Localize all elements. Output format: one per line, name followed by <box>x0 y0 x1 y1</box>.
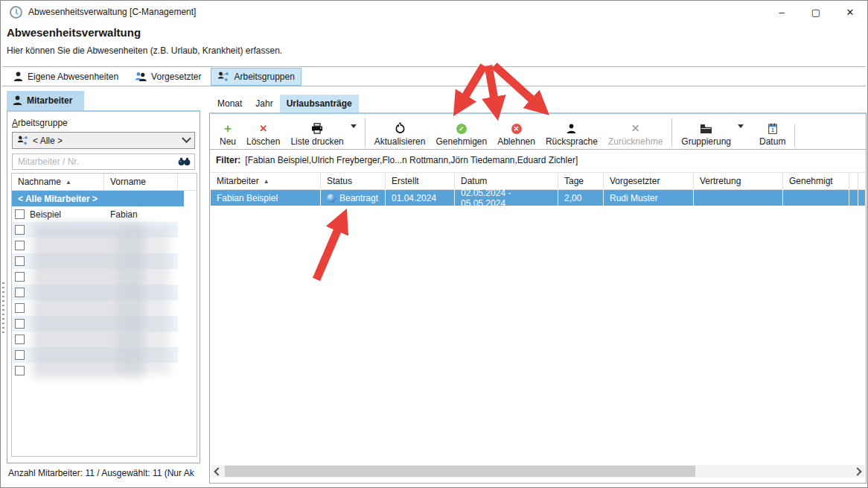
list-item-alle-mitarbeiter[interactable]: < Alle Mitarbeiter > <box>12 191 184 206</box>
dropdown-caret-icon[interactable] <box>351 124 357 128</box>
column-header-tage[interactable]: Tage <box>558 173 604 189</box>
list-item-blurred[interactable] <box>12 347 178 363</box>
liste-drucken-button[interactable]: Liste drucken <box>285 121 348 147</box>
title-bar: Abwesenheitsverwaltung [C-Management] – … <box>1 1 867 23</box>
list-item-blurred[interactable] <box>12 222 178 238</box>
approve-check-circle-icon: ✓ <box>456 121 467 134</box>
tab-mitarbeiter[interactable]: Mitarbeiter <box>7 91 84 110</box>
reject-x-circle-icon: ✕ <box>511 121 522 134</box>
page-title: Abwesenheitsverwaltung <box>7 26 861 39</box>
splitter-grip[interactable] <box>2 282 4 336</box>
list-item-beispiel[interactable]: Beispiel Fabian <box>12 206 178 222</box>
svg-text:1: 1 <box>771 127 774 133</box>
checkbox[interactable] <box>15 225 25 235</box>
workgroup-network-icon <box>17 136 28 145</box>
mitarbeiter-list: Nachname ▲ Vorname < Alle Mitarbeiter > … <box>11 173 197 457</box>
dropdown-caret-icon[interactable] <box>738 124 744 128</box>
column-header-vorgesetzter[interactable]: Vorgesetzter <box>604 173 694 189</box>
tab-urlaubsantraege[interactable]: Urlaubsanträge <box>280 95 359 113</box>
table-row-selected[interactable]: Fabian Beispiel Beantragt 01.04.2024 02.… <box>211 190 865 206</box>
list-item-blurred[interactable] <box>12 300 178 316</box>
cell-vertretung <box>694 190 783 206</box>
column-header-genehmigt[interactable]: Genehmigt <box>783 173 849 189</box>
arbeitsgruppe-dropdown[interactable]: < Alle > <box>12 132 195 149</box>
column-header-vertretung[interactable]: Vertretung <box>694 173 783 189</box>
checkbox[interactable] <box>15 303 25 313</box>
mitarbeiter-search <box>12 153 195 170</box>
person-icon <box>13 95 22 106</box>
workgroup-network-icon <box>217 72 229 82</box>
window-title: Abwesenheitsverwaltung [C-Management] <box>28 7 196 17</box>
tab-arbeitsgruppen[interactable]: Arbeitsgruppen <box>211 68 301 86</box>
scroll-right-icon[interactable] <box>852 465 864 478</box>
list-item-blurred[interactable] <box>12 238 178 253</box>
filter-line: Filter: [Fabian Beispiel,Ulrich Freyberg… <box>216 151 861 169</box>
tab-eigene-abwesenheiten[interactable]: Eigene Abwesenheiten <box>7 68 125 86</box>
checkbox[interactable] <box>15 350 25 360</box>
ruecksprache-button[interactable]: Rücksprache <box>540 121 603 147</box>
gruppierung-button[interactable]: Gruppierung <box>676 121 736 147</box>
list-item-blurred[interactable] <box>12 269 178 285</box>
list-item-blurred[interactable] <box>12 332 178 347</box>
column-header-erstellt[interactable]: Erstellt <box>386 173 455 189</box>
cell-filler <box>858 190 865 206</box>
aktualisieren-button[interactable]: Aktualisieren <box>369 121 431 147</box>
column-header-mitarbeiter[interactable]: Mitarbeiter ▲ <box>211 173 321 189</box>
list-item-blurred[interactable] <box>12 285 178 300</box>
neu-button[interactable]: + Neu <box>214 121 241 147</box>
list-item-blurred[interactable] <box>12 253 178 269</box>
arbeitsgruppe-value: < Alle > <box>33 136 179 146</box>
maximize-button[interactable]: ▢ <box>799 1 833 23</box>
delete-x-icon: ✕ <box>259 121 267 134</box>
ablehnen-button[interactable]: ✕ Ablehnen <box>492 121 540 147</box>
list-item-blurred[interactable] <box>12 316 178 332</box>
main-tab-strip: Eigene Abwesenheiten Vorgesetzter <box>2 66 866 86</box>
tab-label: Mitarbeiter <box>27 95 72 106</box>
toolbar-separator <box>671 118 672 147</box>
binoculars-icon[interactable] <box>178 157 191 166</box>
scroll-left-icon[interactable] <box>211 465 223 478</box>
refresh-icon <box>395 121 406 134</box>
minimize-button[interactable]: – <box>765 1 799 23</box>
list-item-blurred[interactable] <box>12 363 178 378</box>
tab-vorgesetzter[interactable]: Vorgesetzter <box>128 68 208 86</box>
datum-button[interactable]: 1 Datum <box>754 121 791 147</box>
loeschen-button[interactable]: ✕ Löschen <box>241 121 285 147</box>
checkbox[interactable] <box>15 288 25 297</box>
column-header-nachname[interactable]: Nachname ▲ <box>12 174 104 190</box>
checkbox[interactable] <box>15 256 25 266</box>
plus-icon: + <box>224 121 232 134</box>
window-controls: – ▢ ✕ <box>765 1 867 23</box>
column-header-filler <box>849 173 858 189</box>
tab-jahr[interactable]: Jahr <box>249 95 279 113</box>
cell-filler <box>849 190 858 206</box>
search-input[interactable] <box>16 156 178 168</box>
genehmigen-button[interactable]: ✓ Genehmigen <box>430 121 492 147</box>
tab-label: Eigene Abwesenheiten <box>28 72 118 82</box>
arbeitsgruppe-label: Arbeitsgruppe <box>12 118 200 128</box>
zuruecknehmen-button[interactable]: ✕ Zurücknehme <box>603 121 668 147</box>
checkbox[interactable] <box>15 241 25 250</box>
checkbox[interactable] <box>15 366 25 375</box>
chevron-down-icon <box>182 133 191 143</box>
app-clock-icon <box>10 6 22 19</box>
folder-icon <box>700 121 712 134</box>
close-button[interactable]: ✕ <box>833 1 867 23</box>
column-header-vorname[interactable]: Vorname <box>104 174 178 190</box>
checkbox[interactable] <box>15 319 25 329</box>
app-window: Abwesenheitsverwaltung [C-Management] – … <box>0 0 868 488</box>
filter-value: [Fabian Beispiel,Ulrich Freyberger,Flo..… <box>245 155 578 165</box>
horizontal-scrollbar[interactable] <box>211 465 864 478</box>
tab-monat[interactable]: Monat <box>211 95 249 113</box>
toolbar-separator <box>794 124 795 147</box>
page-header: Abwesenheitsverwaltung Hier können Sie d… <box>7 26 861 56</box>
column-header-status[interactable]: Status <box>321 173 386 189</box>
checkbox[interactable] <box>15 335 25 344</box>
checkbox[interactable] <box>15 272 25 282</box>
right-tab-strip: Monat Jahr Urlaubsanträge <box>211 93 359 113</box>
list-header: Nachname ▲ Vorname <box>12 174 197 191</box>
urlaubsantraege-panel: + Neu ✕ Löschen Liste drucken <box>209 113 867 484</box>
checkbox[interactable] <box>15 209 25 219</box>
scrollbar-thumb[interactable] <box>225 466 695 477</box>
page-subtitle: Hier können Sie die Abwesenheiten (z.B. … <box>7 45 861 56</box>
